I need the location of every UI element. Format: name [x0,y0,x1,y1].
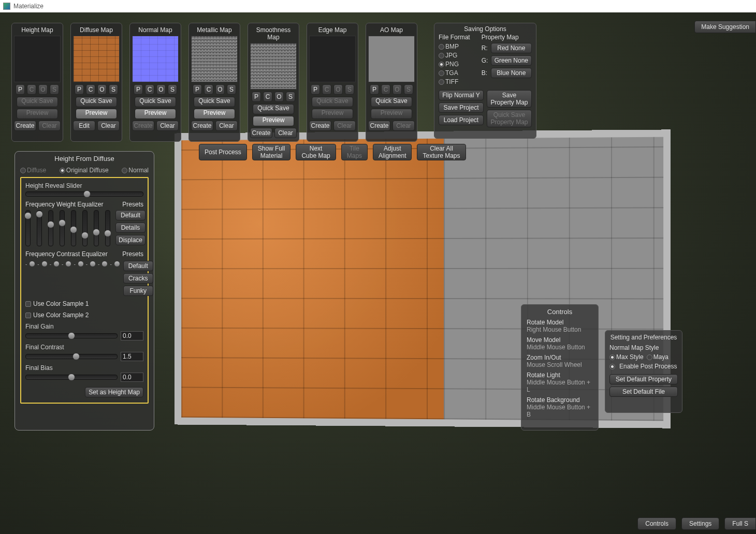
map-metallic-preview-button[interactable]: Preview [194,109,235,119]
final-gain-value[interactable]: 0.0 [121,331,143,340]
map-diffuse-s-button[interactable]: S [109,84,118,95]
map-height-o-button[interactable]: O [38,84,48,95]
enable-post-process-radio[interactable]: Enable Post Process [609,363,678,370]
fwe-slider-7[interactable] [105,210,110,246]
map-smoothness-quicksave-button[interactable]: Quick Save [253,104,294,114]
bottom-full-button[interactable]: Full S [724,517,756,530]
map-normal-quicksave-button[interactable]: Quick Save [135,97,176,107]
save-project-button[interactable]: Save Project [439,102,484,113]
map-edge-create-button[interactable]: Create [309,121,331,131]
map-ao-o-button[interactable]: O [392,84,402,95]
final-bias-value[interactable]: 0.0 [121,373,143,382]
map-diffuse-edit-button[interactable]: Edit [73,121,95,131]
use-color-sample-1[interactable]: Use Color Sample 1 [25,300,143,307]
show-full-material-button[interactable]: Show FullMaterial [252,144,291,160]
hfd-src-diffuse[interactable]: Diffuse [20,167,46,174]
adjust-alignment-button[interactable]: AdjustAlignment [373,144,412,160]
map-diffuse-quicksave-button[interactable]: Quick Save [76,97,117,107]
bottom-controls-button[interactable]: Controls [637,517,676,530]
clear-all-texture-maps-button[interactable]: Clear AllTexture Maps [417,144,466,160]
map-ao-s-button[interactable]: S [404,84,413,95]
max-style-radio[interactable]: Max Style [609,353,644,361]
map-height-s-button[interactable]: S [50,84,59,95]
use-color-sample-2[interactable]: Use Color Sample 2 [25,312,143,319]
map-metallic-o-button[interactable]: O [215,84,225,95]
map-ao-quicksave-button[interactable]: Quick Save [371,97,412,107]
channel-b-button[interactable]: Blue None [491,68,532,78]
map-metallic-p-button[interactable]: P [193,84,202,95]
channel-g-button[interactable]: Green None [491,55,532,66]
map-smoothness-p-button[interactable]: P [252,92,261,102]
hfd-src-original[interactable]: Original Diffuse [60,167,109,174]
map-smoothness-c-button[interactable]: C [263,92,272,102]
fce-preset-funky[interactable]: Funky [123,286,153,296]
set-default-file-button[interactable]: Set Default File [609,387,678,397]
map-diffuse-preview-button[interactable]: Preview [76,109,117,119]
map-ao-clear-button[interactable]: Clear [392,121,415,131]
post-process-button[interactable]: Post Process [199,144,247,160]
save-property-map-button[interactable]: Save Property Map [487,90,532,108]
fwe-slider-3[interactable] [60,210,65,246]
fwe-slider-5[interactable] [82,210,88,246]
map-ao-preview-button[interactable]: Preview [371,109,412,119]
map-normal-p-button[interactable]: P [134,84,143,95]
fwe-preset-details[interactable]: Details [115,222,146,233]
next-cube-map-button[interactable]: NextCube Map [296,144,336,160]
map-metallic-c-button[interactable]: C [204,84,213,95]
fce-preset-default[interactable]: Default [123,261,153,271]
map-smoothness-s-button[interactable]: S [286,92,295,102]
map-metallic-quicksave-button[interactable]: Quick Save [194,97,235,107]
map-metallic-clear-button[interactable]: Clear [215,121,238,131]
hfd-src-normal[interactable]: Normal [122,167,149,174]
file-format-png[interactable]: PNG [439,61,477,68]
file-format-bmp[interactable]: BMP [439,43,477,50]
fce-equalizer[interactable]: -------- [25,261,120,267]
map-normal-create-button[interactable]: Create [132,121,154,131]
height-reveal-slider[interactable] [25,191,143,197]
map-height-quicksave-button[interactable]: Quick Save [17,97,58,107]
map-normal-preview-button[interactable]: Preview [135,109,176,119]
bottom-settings-button[interactable]: Settings [681,517,719,530]
tile-maps-button[interactable]: TileMaps [341,144,368,160]
map-smoothness-o-button[interactable]: O [274,92,284,102]
map-diffuse-c-button[interactable]: C [86,84,95,95]
final-contrast-slider[interactable] [25,354,118,359]
load-project-button[interactable]: Load Project [439,115,484,125]
map-height-clear-button[interactable]: Clear [38,121,61,131]
map-edge-preview-button[interactable]: Preview [312,109,353,119]
map-height-p-button[interactable]: P [16,84,25,95]
map-normal-clear-button[interactable]: Clear [156,121,179,131]
map-height-create-button[interactable]: Create [14,121,36,131]
map-metallic-create-button[interactable]: Create [191,121,213,131]
file-format-jpg[interactable]: JPG [439,52,477,59]
map-edge-p-button[interactable]: P [311,84,320,95]
map-diffuse-clear-button[interactable]: Clear [97,121,120,131]
fwe-preset-displace[interactable]: Displace [115,235,146,245]
fce-preset-cracks[interactable]: Cracks [123,273,153,284]
map-edge-quicksave-button[interactable]: Quick Save [312,97,353,107]
map-edge-s-button[interactable]: S [345,84,354,95]
map-ao-p-button[interactable]: P [370,84,379,95]
file-format-tga[interactable]: TGA [439,69,477,77]
fwe-preset-default[interactable]: Default [115,210,146,220]
maya-style-radio[interactable]: Maya [647,353,668,361]
make-suggestion-button[interactable]: Make Suggestion [694,21,756,33]
map-edge-c-button[interactable]: C [322,84,331,95]
fwe-slider-1[interactable] [37,210,42,246]
final-gain-slider[interactable] [25,333,118,338]
map-diffuse-o-button[interactable]: O [97,84,107,95]
map-normal-o-button[interactable]: O [156,84,166,95]
map-normal-s-button[interactable]: S [168,84,177,95]
map-diffuse-p-button[interactable]: P [75,84,84,95]
final-bias-slider[interactable] [25,375,118,380]
map-height-preview-button[interactable]: Preview [17,109,58,119]
file-format-tiff[interactable]: TIFF [439,78,477,85]
map-normal-c-button[interactable]: C [145,84,154,95]
fwe-slider-2[interactable] [48,210,53,246]
map-smoothness-create-button[interactable]: Create [250,128,272,138]
map-metallic-s-button[interactable]: S [227,84,236,95]
map-height-c-button[interactable]: C [27,84,36,95]
fwe-slider-4[interactable] [71,210,76,246]
set-default-property-button[interactable]: Set Default Property [609,374,678,384]
map-ao-c-button[interactable]: C [381,84,390,95]
